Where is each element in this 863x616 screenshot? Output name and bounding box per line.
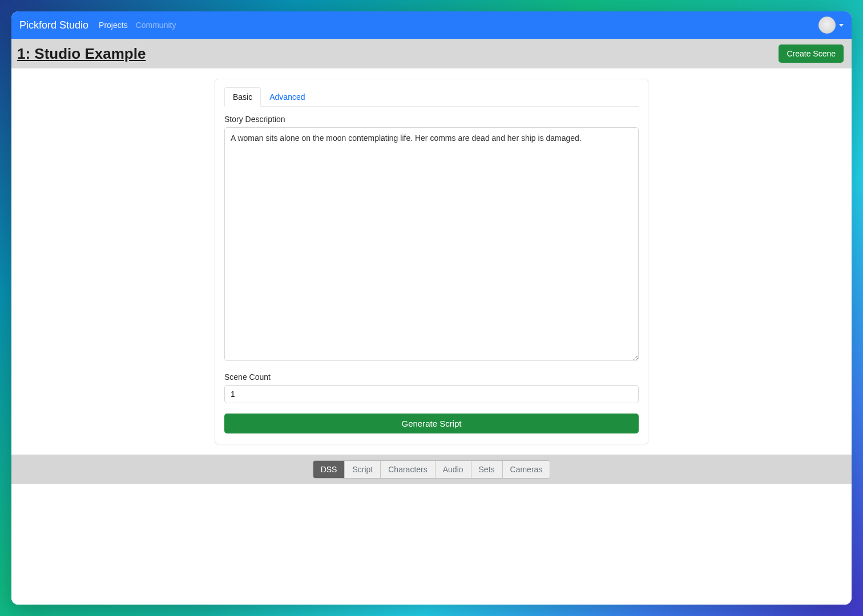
bottom-tab-dss[interactable]: DSS xyxy=(313,461,345,478)
bottom-tabs: DSS Script Characters Audio Sets Cameras xyxy=(313,460,551,479)
scene-count-input[interactable] xyxy=(224,385,639,403)
bottom-tab-characters[interactable]: Characters xyxy=(381,461,435,478)
main-area: Basic Advanced Story Description Scene C… xyxy=(11,68,852,605)
app-shell: Pickford Studio Projects Community 1: St… xyxy=(11,11,852,605)
bottom-tab-cameras[interactable]: Cameras xyxy=(503,461,550,478)
bottom-tab-audio[interactable]: Audio xyxy=(435,461,471,478)
brand-title: Pickford Studio xyxy=(19,19,88,31)
scene-count-label: Scene Count xyxy=(224,372,639,382)
card-tabs: Basic Advanced xyxy=(224,87,639,107)
avatar[interactable] xyxy=(818,17,836,34)
generate-script-button[interactable]: Generate Script xyxy=(224,414,639,433)
bottom-tab-script[interactable]: Script xyxy=(345,461,381,478)
topnav: Pickford Studio Projects Community xyxy=(11,11,852,39)
story-description-label: Story Description xyxy=(224,115,639,124)
chevron-down-icon[interactable] xyxy=(839,24,844,27)
page-title: 1: Studio Example xyxy=(17,45,146,63)
create-scene-button[interactable]: Create Scene xyxy=(779,44,844,63)
bottom-bar: DSS Script Characters Audio Sets Cameras xyxy=(11,455,852,484)
subheader: 1: Studio Example Create Scene xyxy=(11,39,852,68)
tab-basic[interactable]: Basic xyxy=(224,87,261,107)
tab-advanced[interactable]: Advanced xyxy=(261,87,313,107)
nav-link-community[interactable]: Community xyxy=(136,21,176,30)
story-card: Basic Advanced Story Description Scene C… xyxy=(215,79,648,444)
nav-right xyxy=(818,17,844,34)
bottom-tab-sets[interactable]: Sets xyxy=(471,461,503,478)
nav-link-projects[interactable]: Projects xyxy=(99,21,128,30)
story-description-input[interactable] xyxy=(224,127,639,361)
